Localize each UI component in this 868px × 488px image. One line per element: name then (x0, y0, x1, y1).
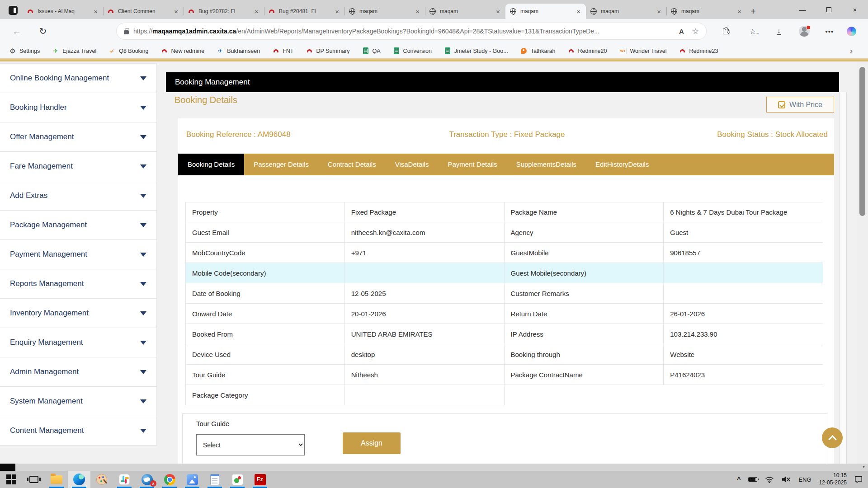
bookmark-item[interactable]: ✂Q8 Booking (108, 47, 148, 55)
bookmark-item[interactable]: ✈Ejazza Travel (52, 47, 96, 55)
taskbar-button-slack[interactable] (113, 471, 136, 488)
minimize-button[interactable]: — (789, 0, 816, 19)
sidebar-item[interactable]: Inventory Management (0, 299, 156, 328)
maximize-button[interactable] (816, 0, 842, 19)
assign-button[interactable]: Assign (343, 432, 401, 454)
sidebar-item[interactable]: Admin Management (0, 357, 156, 387)
sidebar-item[interactable]: Package Management (0, 211, 156, 240)
browser-tab[interactable]: Client Commen× (103, 4, 184, 19)
taskbar-button-edge[interactable] (68, 471, 90, 488)
language-indicator[interactable]: ENG (798, 476, 811, 483)
bookmark-item[interactable]: Redmine20 (568, 47, 607, 55)
wifi-icon[interactable] (765, 476, 774, 483)
tab-close-icon[interactable]: × (414, 8, 421, 15)
notification-center-icon[interactable] (854, 476, 863, 483)
sidebar-item[interactable]: Add Extras (0, 181, 156, 211)
content-scrollbar-track[interactable] (839, 92, 847, 464)
browser-scrollbar-thumb[interactable] (859, 67, 865, 216)
extensions-button[interactable] (718, 19, 733, 43)
close-button[interactable]: × (842, 0, 868, 19)
sidebar-item[interactable]: Fare Management (0, 152, 156, 181)
globe-favicon (590, 8, 597, 15)
tab-close-icon[interactable]: × (334, 8, 340, 15)
taskbar-button-paint[interactable] (90, 471, 113, 488)
booking-tab[interactable]: Passenger Details (244, 154, 318, 175)
browser-tab[interactable]: Bug #20481: Fl× (264, 4, 344, 19)
sidebar-item[interactable]: Payment Management (0, 240, 156, 269)
bookmark-item[interactable]: DP Summary (306, 47, 349, 55)
browser-tab[interactable]: maqam× (425, 4, 505, 19)
scroll-down-arrow-icon[interactable]: ▾ (863, 464, 865, 469)
taskbar-button-irfanview[interactable] (226, 471, 249, 488)
downloads-button[interactable]: ↓ (771, 19, 787, 43)
taskbar-clock[interactable]: 10:15 12-05-2025 (819, 472, 847, 486)
copilot-button[interactable] (843, 19, 860, 43)
booking-tab[interactable]: Payment Details (438, 154, 506, 175)
browser-tab[interactable]: maqam× (505, 4, 586, 19)
booking-tab[interactable]: Contract Details (318, 154, 386, 175)
sidebar-item[interactable]: Booking Handler (0, 93, 156, 122)
browser-tab[interactable]: maqam× (344, 4, 425, 19)
bookmark-item[interactable]: Jmeter Study - Goo... (444, 47, 508, 55)
bookmarks-overflow-chevron-icon[interactable]: › (850, 47, 853, 56)
booking-tab[interactable]: EditHistoryDetails (586, 154, 658, 175)
sidebar-item[interactable]: Offer Management (0, 122, 156, 152)
sidebar-item[interactable]: System Management (0, 387, 156, 416)
bookmark-item[interactable]: Conversion (393, 47, 432, 55)
sidebar-item[interactable]: Enquiry Management (0, 328, 156, 357)
bookmark-item[interactable]: ✈Bukhamseen (217, 47, 260, 55)
sidebar-item[interactable]: Online Booking Management (0, 64, 156, 93)
battery-icon[interactable] (748, 477, 757, 482)
bookmark-item[interactable]: ⚙Settings (9, 47, 40, 55)
scroll-to-top-button[interactable] (822, 427, 843, 448)
taskbar-button-chrome[interactable] (158, 471, 181, 488)
booking-tab[interactable]: VisaDetails (386, 154, 439, 175)
volume-muted-icon[interactable] (782, 476, 791, 483)
page-top-accent-bar (0, 58, 868, 61)
taskbar-button-thunderbird[interactable]: 3 (136, 471, 158, 488)
bookmark-item[interactable]: WTWonder Travel (619, 48, 666, 54)
taskbar-button-filezilla[interactable]: Fz (249, 471, 271, 488)
browser-scrollbar[interactable] (857, 61, 868, 464)
browser-tab[interactable]: Issues - Al Maq× (23, 4, 103, 19)
viewport-bottom-strip: ▾ (0, 464, 868, 471)
chevron-down-icon (140, 135, 146, 139)
tour-guide-select[interactable]: Select (196, 434, 305, 455)
settings-menu-button[interactable]: ••• (822, 19, 837, 43)
refresh-button[interactable]: ↻ (36, 19, 50, 43)
taskbar-button-task-view[interactable] (23, 471, 45, 488)
bookmark-item[interactable]: QA (362, 47, 381, 55)
tab-close-icon[interactable]: × (92, 8, 99, 15)
browser-tab[interactable]: Bug #20782: Fl× (184, 4, 264, 19)
taskbar-button-file-explorer[interactable] (45, 471, 68, 488)
new-tab-button[interactable]: + (750, 7, 756, 16)
bookmark-item[interactable]: Tathkarah (520, 47, 556, 55)
with-price-toggle[interactable]: With Price (766, 97, 834, 113)
read-aloud-icon[interactable]: A (679, 28, 684, 35)
bookmark-item[interactable]: Redmine23 (679, 47, 718, 55)
sidebar-item[interactable]: Reports Management (0, 269, 156, 299)
taskbar-button-start[interactable] (0, 471, 23, 488)
hidden-icons-chevron[interactable]: ^ (737, 476, 741, 483)
tab-close-icon[interactable]: × (575, 8, 582, 15)
address-bar[interactable]: https://maqaamqa1admin.caxita.ca/en/Admi… (116, 23, 707, 40)
bookmark-item[interactable]: FNT (272, 47, 293, 55)
tab-close-icon[interactable]: × (656, 8, 662, 15)
taskbar-button-notepad[interactable] (203, 471, 226, 488)
tab-close-icon[interactable]: × (736, 8, 743, 15)
bookmark-item[interactable]: New redmine (161, 47, 205, 55)
profile-button[interactable] (796, 19, 813, 43)
favorites-hub-button[interactable]: ☆ (745, 19, 760, 43)
taskbar-button-photos[interactable] (181, 471, 203, 488)
back-button[interactable]: ← (10, 19, 24, 43)
browser-tab[interactable]: maqam× (666, 4, 747, 19)
tab-close-icon[interactable]: × (173, 8, 179, 15)
workspaces-button[interactable] (5, 3, 21, 18)
browser-tab[interactable]: maqam× (586, 4, 666, 19)
booking-tab[interactable]: SupplementsDetails (507, 154, 586, 175)
tab-close-icon[interactable]: × (253, 8, 260, 15)
tab-close-icon[interactable]: × (495, 8, 501, 15)
booking-tab[interactable]: Booking Details (178, 154, 244, 175)
sidebar-item[interactable]: Content Management (0, 416, 156, 446)
add-favorite-icon[interactable]: ☆ (692, 27, 699, 36)
